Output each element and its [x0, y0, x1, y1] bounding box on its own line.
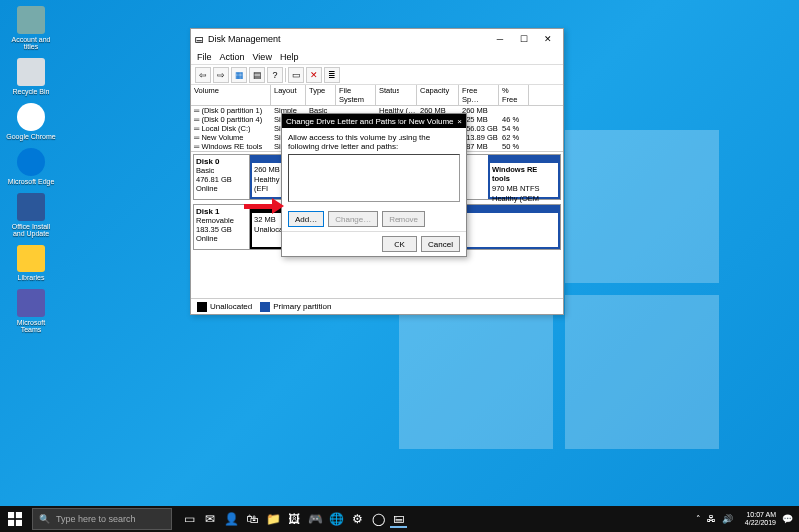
settings-icon[interactable]: ▭ — [288, 67, 304, 83]
start-button[interactable] — [0, 506, 30, 532]
forward-icon[interactable]: ⇨ — [213, 67, 229, 83]
icon-label: Office Install and Update — [6, 223, 56, 237]
settings-taskbar-icon[interactable]: ⚙ — [348, 510, 366, 528]
disk-icon: 🖴 — [195, 34, 204, 44]
titlebar[interactable]: 🖴Disk Management ─ ☐ ✕ — [191, 29, 563, 49]
disk-mgmt-taskbar-icon[interactable]: 🖴 — [390, 510, 407, 528]
person-icon[interactable]: 👤 — [222, 510, 240, 528]
menu-file[interactable]: File — [197, 52, 212, 62]
change-drive-letter-dialog: Change Drive Letter and Paths for New Vo… — [281, 113, 467, 257]
store-icon[interactable]: 🛍 — [243, 510, 261, 528]
paths-listbox[interactable] — [288, 154, 460, 202]
icon-label: Libraries — [18, 274, 45, 281]
refresh-icon[interactable]: ▦ — [231, 67, 247, 83]
menu-help[interactable]: Help — [280, 52, 299, 62]
svg-rect-3 — [16, 520, 22, 526]
remove-button: Remove — [382, 211, 425, 227]
col-layout[interactable]: Layout — [271, 85, 306, 105]
cortana-icon[interactable]: ◯ — [369, 510, 387, 528]
close-button[interactable]: ✕ — [537, 31, 559, 47]
svg-rect-2 — [8, 520, 14, 526]
tray-chevron-icon[interactable]: ˄ — [696, 514, 701, 524]
partition-re-tools[interactable]: Windows RE tools 970 MB NTFS Healthy (OE… — [488, 155, 560, 199]
legend: Unallocated Primary partition — [191, 298, 563, 314]
ok-button[interactable]: OK — [382, 236, 417, 252]
icon-label: Recycle Bin — [13, 88, 50, 95]
clock[interactable]: 10:07 AM 4/22/2019 — [745, 511, 776, 528]
explorer-icon[interactable]: 📁 — [264, 510, 282, 528]
dialog-text: Allow access to this volume by using the… — [288, 133, 460, 151]
notifications-icon[interactable]: 💬 — [782, 514, 793, 524]
menubar: File Action View Help — [191, 49, 563, 65]
edge-taskbar-icon[interactable]: 🌐 — [327, 510, 345, 528]
mail-icon[interactable]: ✉ — [201, 510, 219, 528]
desktop-icon-update[interactable]: Office Install and Update — [6, 193, 56, 237]
cancel-button[interactable]: Cancel — [421, 236, 460, 252]
col-pct-free[interactable]: % Free — [499, 85, 529, 105]
search-icon: 🔍 — [39, 514, 50, 524]
menu-action[interactable]: Action — [220, 52, 245, 62]
change-button: Change… — [328, 211, 378, 227]
icon-label: Microsoft Edge — [8, 178, 55, 185]
svg-rect-0 — [8, 512, 14, 518]
desktop-icon-chrome[interactable]: Google Chrome — [6, 103, 56, 140]
tray-sound-icon[interactable]: 🔊 — [722, 514, 733, 524]
col-free-space[interactable]: Free Sp… — [459, 85, 499, 105]
minimize-button[interactable]: ─ — [489, 31, 511, 47]
back-icon[interactable]: ⇦ — [195, 67, 211, 83]
menu-view[interactable]: View — [253, 52, 272, 62]
search-placeholder: Type here to search — [56, 514, 136, 524]
tray-network-icon[interactable]: 🖧 — [707, 514, 716, 524]
dialog-titlebar[interactable]: Change Drive Letter and Paths for New Vo… — [282, 114, 466, 128]
svg-rect-1 — [16, 512, 22, 518]
photos-icon[interactable]: 🖼 — [285, 510, 303, 528]
task-view-icon[interactable]: ▭ — [180, 510, 198, 528]
toolbar: ⇦ ⇨ ▦ ▤ ? ▭ ✕ ≣ — [191, 65, 563, 85]
properties-icon[interactable]: ▤ — [249, 67, 265, 83]
col-volume[interactable]: Volume — [191, 85, 271, 105]
help-icon[interactable]: ? — [267, 67, 283, 83]
desktop-icon-account[interactable]: Account and titles — [6, 6, 56, 50]
col-filesystem[interactable]: File System — [336, 85, 376, 105]
col-capacity[interactable]: Capacity — [417, 85, 459, 105]
desktop-icon-explorer[interactable]: Libraries — [6, 245, 56, 281]
column-headers: Volume Layout Type File System Status Ca… — [191, 85, 563, 106]
desktop-icon-edge[interactable]: Microsoft Edge — [6, 148, 56, 185]
icon-label: Microsoft Teams — [6, 319, 56, 333]
xbox-icon[interactable]: 🎮 — [306, 510, 324, 528]
list-icon[interactable]: ≣ — [324, 67, 340, 83]
disk-title: Disk 0 — [196, 157, 220, 166]
search-box[interactable]: 🔍 Type here to search — [32, 508, 172, 530]
taskbar: 🔍 Type here to search ▭ ✉ 👤 🛍 📁 🖼 🎮 🌐 ⚙ … — [0, 506, 799, 532]
disk-title: Disk 1 — [196, 207, 220, 216]
desktop-icon-teams[interactable]: Microsoft Teams — [6, 289, 56, 333]
dialog-title: Change Drive Letter and Paths for New Vo… — [286, 117, 454, 126]
icon-label: Account and titles — [6, 36, 56, 50]
maximize-button[interactable]: ☐ — [513, 31, 535, 47]
delete-icon[interactable]: ✕ — [306, 67, 322, 83]
icon-label: Google Chrome — [6, 133, 55, 140]
col-type[interactable]: Type — [306, 85, 336, 105]
col-status[interactable]: Status — [376, 85, 417, 105]
window-title: Disk Management — [208, 34, 281, 44]
dialog-close-icon[interactable]: × — [457, 117, 462, 126]
desktop-icon-recycle-bin[interactable]: Recycle Bin — [6, 58, 56, 95]
add-button[interactable]: Add… — [288, 211, 324, 227]
